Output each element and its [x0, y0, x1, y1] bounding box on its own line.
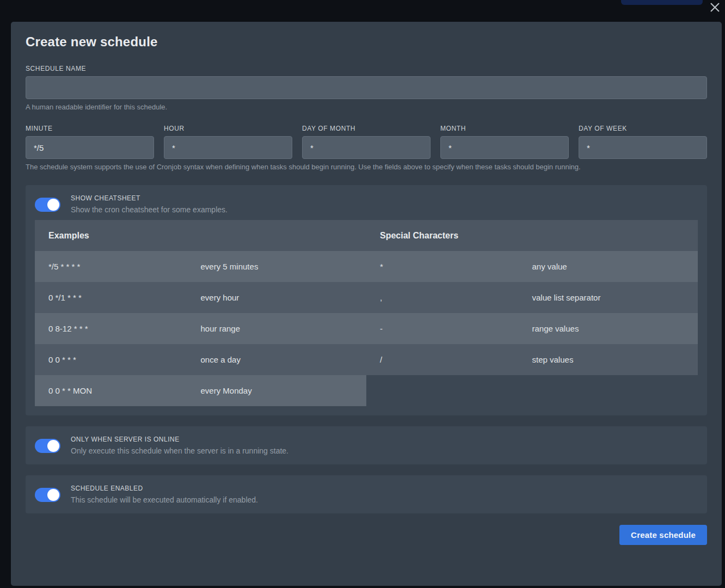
special-character: ,	[366, 293, 532, 302]
minute-label: MINUTE	[26, 125, 154, 132]
cron-description: every hour	[201, 293, 367, 302]
special-character-description: step values	[532, 355, 698, 364]
modal-close-button[interactable]	[708, 1, 722, 15]
special-character: /	[366, 355, 532, 364]
table-row: 0 0 * * * once a day	[35, 344, 366, 375]
page-title: Create new schedule	[26, 34, 707, 50]
show-cheatsheet-toggle[interactable]	[35, 198, 60, 212]
table-row: 0 8-12 * * * hour range	[35, 313, 366, 344]
cheatsheet-panel: SHOW CHEATSHEET Show the cron cheatsheet…	[26, 185, 707, 415]
schedule-enabled-label: SCHEDULE ENABLED	[71, 485, 258, 492]
online-only-description: Only execute this schedule when the serv…	[71, 446, 288, 455]
table-row: 0 0 * * MON every Monday	[35, 375, 366, 406]
close-icon	[710, 2, 720, 15]
modal-footer: Create schedule	[26, 525, 707, 545]
online-only-label: ONLY WHEN SERVER IS ONLINE	[71, 436, 288, 443]
examples-table: Examples */5 * * * * every 5 minutes 0 *…	[35, 220, 366, 406]
cron-expression: 0 */1 * * *	[35, 293, 201, 302]
online-only-panel: ONLY WHEN SERVER IS ONLINE Only execute …	[26, 426, 707, 464]
cron-field-month: MONTH	[440, 125, 569, 159]
table-row: / step values	[366, 344, 698, 375]
cron-field-minute: MINUTE	[26, 125, 154, 159]
cron-helper: The schedule system supports the use of …	[26, 163, 707, 171]
schedule-enabled-row: SCHEDULE ENABLED This schedule will be e…	[35, 485, 698, 504]
cron-description: hour range	[201, 324, 367, 333]
cron-description: once a day	[201, 355, 367, 364]
hour-label: HOUR	[164, 125, 292, 132]
examples-header: Examples	[35, 220, 366, 251]
cron-expression: 0 0 * * MON	[35, 386, 201, 395]
hour-input[interactable]	[164, 136, 292, 159]
cron-expression: */5 * * * *	[35, 262, 201, 271]
online-only-toggle[interactable]	[35, 439, 60, 453]
schedule-enabled-description: This schedule will be executed automatic…	[71, 495, 258, 504]
cron-field-hour: HOUR	[164, 125, 292, 159]
special-characters-table: Special Characters * any value , value l…	[366, 220, 698, 406]
show-cheatsheet-row: SHOW CHEATSHEET Show the cron cheatsheet…	[35, 194, 698, 214]
cron-description: every Monday	[201, 386, 367, 395]
special-character-description: value list separator	[532, 293, 698, 302]
special-characters-header: Special Characters	[366, 220, 698, 251]
day-of-month-input[interactable]	[302, 136, 431, 159]
toggle-knob	[47, 199, 59, 211]
day-of-week-label: DAY OF WEEK	[579, 125, 707, 132]
special-character: *	[366, 262, 532, 271]
month-label: MONTH	[440, 125, 569, 132]
create-schedule-modal: Create new schedule SCHEDULE NAME A huma…	[11, 22, 722, 586]
show-cheatsheet-description: Show the cron cheatsheet for some exampl…	[71, 205, 228, 214]
screen: Create new schedule SCHEDULE NAME A huma…	[0, 0, 725, 588]
schedule-enabled-panel: SCHEDULE ENABLED This schedule will be e…	[26, 475, 707, 513]
online-only-row: ONLY WHEN SERVER IS ONLINE Only execute …	[35, 436, 698, 455]
show-cheatsheet-texts: SHOW CHEATSHEET Show the cron cheatsheet…	[71, 194, 228, 214]
show-cheatsheet-label: SHOW CHEATSHEET	[71, 194, 228, 202]
table-row: */5 * * * * every 5 minutes	[35, 251, 366, 282]
cron-expression: 0 8-12 * * *	[35, 324, 201, 333]
cron-field-day-of-month: DAY OF MONTH	[302, 125, 431, 159]
table-row: 0 */1 * * * every hour	[35, 282, 366, 313]
special-character-description: range values	[532, 324, 698, 333]
schedule-name-helper: A human readable identifier for this sch…	[26, 103, 707, 111]
day-of-week-input[interactable]	[579, 136, 707, 159]
table-row-empty	[366, 375, 698, 406]
table-row: , value list separator	[366, 282, 698, 313]
minute-input[interactable]	[26, 136, 154, 159]
create-schedule-button[interactable]: Create schedule	[619, 525, 707, 545]
schedule-enabled-texts: SCHEDULE ENABLED This schedule will be e…	[71, 485, 258, 504]
month-input[interactable]	[440, 136, 569, 159]
special-character-description: any value	[532, 262, 698, 271]
table-row: * any value	[366, 251, 698, 282]
table-row: - range values	[366, 313, 698, 344]
special-character: -	[366, 324, 532, 333]
toggle-knob	[47, 440, 59, 452]
schedule-enabled-toggle[interactable]	[35, 488, 60, 502]
online-only-texts: ONLY WHEN SERVER IS ONLINE Only execute …	[71, 436, 288, 455]
day-of-month-label: DAY OF MONTH	[302, 125, 431, 132]
cron-cheatsheet-table: Examples */5 * * * * every 5 minutes 0 *…	[35, 220, 698, 406]
schedule-name-input[interactable]	[26, 76, 707, 99]
cron-fields-row: MINUTE HOUR DAY OF MONTH MONTH DAY OF WE…	[26, 125, 707, 159]
toggle-knob	[47, 489, 59, 501]
cron-field-day-of-week: DAY OF WEEK	[579, 125, 707, 159]
cron-expression: 0 0 * * *	[35, 355, 201, 364]
top-partial-button[interactable]	[621, 0, 703, 5]
cron-description: every 5 minutes	[201, 262, 367, 271]
schedule-name-label: SCHEDULE NAME	[26, 65, 707, 72]
